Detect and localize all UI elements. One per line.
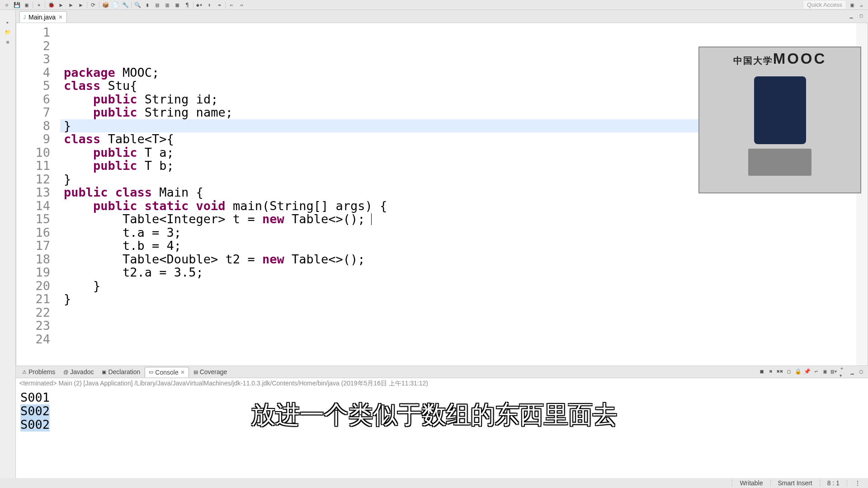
run-coverage-icon[interactable]: ▶ [67,1,75,9]
tab-problems[interactable]: ⚠ Problems [19,367,59,377]
nav-dropdown-icon[interactable]: ◆▾ [195,1,203,9]
forward-icon[interactable]: ⇒ [237,1,245,9]
console-clear-icon[interactable]: ▢ [785,367,793,375]
console-min-icon[interactable]: ▁ [848,367,856,375]
perspective-java-icon[interactable]: ☕ [857,1,865,9]
open-type-icon[interactable]: 🔧 [121,1,129,9]
restore-view-icon[interactable]: ▸ [4,18,12,26]
left-trim-bar: ▸ 📁 ≡ [0,10,16,478]
problems-icon: ⚠ [22,369,27,375]
status-menu[interactable]: ⋮ [847,479,868,487]
back-icon[interactable]: ⇐ [227,1,236,9]
new-package-icon[interactable]: 📦 [101,1,109,9]
editor-tab-bar: J Main.java ✕ ▁ ▢ [16,10,868,23]
console-remove-icon[interactable]: ✖ [767,367,775,375]
maximize-view-icon[interactable]: ▢ [857,11,865,19]
save-all-icon[interactable]: ▣ [23,1,31,9]
presenter-laptop [748,149,811,176]
task-icon[interactable]: ▤ [153,1,161,9]
editor-scrollbar[interactable] [861,23,868,366]
run-icon[interactable]: ▶ [57,1,65,9]
bookmark-icon[interactable]: ▥ [163,1,171,9]
console-terminate-icon[interactable]: ■ [758,367,766,375]
views-tab-bar: ⚠ Problems @ Javadoc ▣ Declaration ▭ Con… [16,366,868,378]
status-writable: Writable [732,479,770,487]
console-launch-info: <terminated> Main (2) [Java Application]… [16,378,868,389]
presenter-figure [754,76,806,144]
search-icon[interactable]: 🔍 [133,1,142,9]
java-file-icon: J [24,15,26,20]
debug-icon[interactable]: 🐞 [47,1,55,9]
video-subtitle: 放进一个类似于数组的东西里面去 [251,399,617,432]
refresh-icon[interactable]: ⟳ [89,1,97,9]
main-toolbar: ▫ 💾 ▣ ✶ 🐞 ▶ ▶ ▶ ⟳ 📦 📄 🔧 🔍 ▮ ▤ ▥ ▦ ¶ ◆▾ ↟… [0,0,868,10]
save-icon[interactable]: 💾 [13,1,21,9]
console-remove-all-icon[interactable]: ✖✖ [776,367,784,375]
console-wordwrap-icon[interactable]: ↩ [812,367,820,375]
coverage-icon: ▤ [193,369,198,375]
file-tab-label: Main.java [28,14,56,21]
tab-coverage[interactable]: ▤ Coverage [190,367,231,377]
minimize-view-icon[interactable]: ▁ [847,11,855,19]
console-display-icon[interactable]: ▣ [821,367,829,375]
console-open-icon[interactable]: ▤▾ [830,367,838,375]
tab-declaration[interactable]: ▣ Declaration [98,367,144,377]
declaration-icon: ▣ [102,369,106,375]
status-insert-mode: Smart Insert [770,479,820,487]
para-icon[interactable]: ¶ [183,1,191,9]
package-explorer-icon[interactable]: 📁 [4,28,12,36]
nav-next-icon[interactable]: ↠ [215,1,223,9]
console-pin-icon[interactable]: 📌 [803,367,811,375]
perspective-open-icon[interactable]: ▣ [848,1,856,9]
status-bar: Writable Smart Insert 8 : 1 ⋮ [0,478,868,488]
new-icon[interactable]: ▫ [3,1,11,9]
console-new-icon[interactable]: ＋▾ [839,367,847,375]
run-ext-icon[interactable]: ▶ [77,1,85,9]
console-scroll-lock-icon[interactable]: 🔒 [794,367,802,375]
status-cursor-pos: 8 : 1 [820,479,847,487]
toggle-icon[interactable]: ▦ [173,1,181,9]
wand-icon[interactable]: ✶ [35,1,43,9]
tab-console[interactable]: ▭ Console ✕ [145,367,189,377]
line-number-gutter: 123456789101112131415161718192021222324 [16,23,55,366]
close-tab-icon[interactable]: ✕ [58,14,63,20]
javadoc-icon: @ [63,369,68,375]
console-icon: ▭ [149,369,153,375]
close-console-tab-icon[interactable]: ✕ [180,369,185,375]
presenter-webcam: 中国大学MOOC [698,47,861,193]
new-class-icon[interactable]: 📄 [111,1,119,9]
code-editor[interactable]: 123456789101112131415161718192021222324 … [16,23,868,366]
file-tab-main-java[interactable]: J Main.java ✕ [19,11,67,23]
tab-javadoc[interactable]: @ Javadoc [60,367,97,377]
console-max-icon[interactable]: ▢ [857,367,865,375]
nav-up-icon[interactable]: ↟ [205,1,213,9]
quick-access-field[interactable]: Quick Access [803,0,846,9]
mooc-logo: 中国大学MOOC [733,50,827,67]
outline-icon[interactable]: ≡ [4,38,12,46]
highlight-icon[interactable]: ▮ [143,1,151,9]
